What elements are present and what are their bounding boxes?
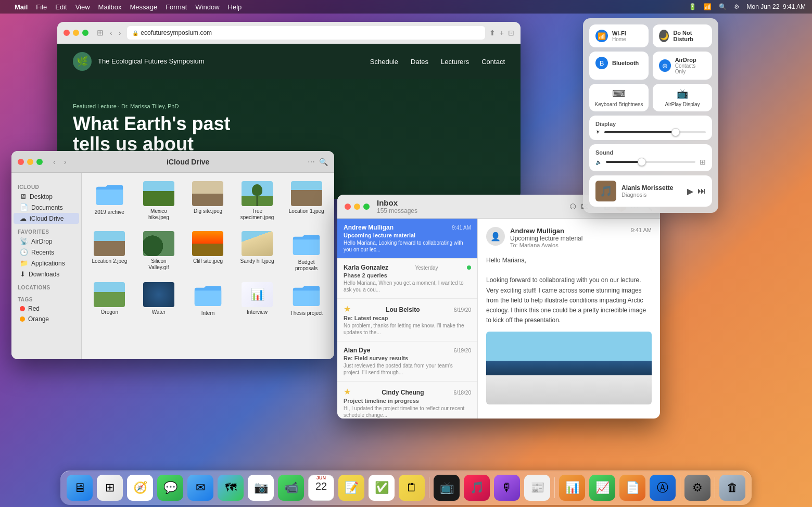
finder-zoom-button[interactable] [36,159,43,165]
file-item-cliffsite[interactable]: Cliff site.jpeg [185,228,231,275]
mail-title-block: Inbox 155 messages [377,198,417,214]
mail-compose-reply-button[interactable]: ☺ [568,201,578,212]
dock-numbers[interactable]: 📈 [588,474,616,502]
dock-messages[interactable]: 💬 [156,474,184,502]
menubar-window[interactable]: Window [195,3,219,11]
cc-display-slider[interactable] [604,131,706,133]
sidebar-tag-orange[interactable]: Orange [14,314,79,324]
cc-airplay-card[interactable]: 📺 AirPlay Display [653,84,712,111]
dock-safari[interactable]: 🧭 [126,474,154,502]
mail-item-lou[interactable]: ★ Lou Belsito 6/19/20 Re: Latest recap N… [337,299,477,341]
sidebar-item-applications[interactable]: 📁 Applications [14,258,79,269]
file-item-mexico[interactable]: Mexico hike.jpeg [136,178,182,224]
dock-system-preferences[interactable]: ⚙ [683,474,712,502]
browser-add-tab-button[interactable]: + [500,29,504,37]
browser-back-button[interactable]: ‹ [108,28,115,38]
search-icon[interactable]: 🔍 [719,3,727,10]
control-center-icon[interactable]: ⚙ [734,3,740,10]
menubar-edit[interactable]: Edit [55,3,67,11]
np-skip-button[interactable]: ⏭ [697,186,706,196]
mail-item-andrew[interactable]: Andrew Mulligan 9:41 AM Upcoming lecture… [337,219,477,259]
menubar-message[interactable]: Message [130,3,157,11]
file-item-interview[interactable]: 📊 Interview [235,279,280,320]
cc-dnd-card[interactable]: 🌙 Do Not Disturb [653,24,712,47]
menubar-file[interactable]: File [36,3,47,11]
sidebar-tag-red[interactable]: Red [14,303,79,314]
sidebar-item-recents[interactable]: 🕒 Recents [14,247,79,258]
finder-close-button[interactable] [18,159,24,165]
finder-back-button[interactable]: ‹ [51,157,58,167]
dock-mail[interactable]: ✉ [186,474,214,502]
file-item-oregon[interactable]: Oregon [87,279,132,320]
dock-pages[interactable]: 📄 [618,474,646,502]
dock-photos[interactable]: 📷 [247,474,275,502]
browser-zoom-button[interactable] [82,30,88,36]
finder-forward-button[interactable]: › [62,157,69,167]
mail-zoom-button[interactable] [363,204,370,210]
cc-wifi-card[interactable]: 📶 Wi-Fi Home [589,24,649,47]
file-item-siliconvalley[interactable]: Silicon Valley.gif [136,228,182,275]
dock-news[interactable]: 📰 [523,474,551,502]
nav-contact[interactable]: Contact [481,58,505,66]
reminders-dock-icon: ✅ [369,475,395,501]
sidebar-toggle-button[interactable]: ⊞ [97,28,104,37]
nav-dates[interactable]: Dates [411,58,428,66]
sidebar-item-downloads[interactable]: ⬇ Downloads [14,269,79,280]
file-item-digsite[interactable]: Dig site.jpeg [185,178,231,224]
menubar-mailbox[interactable]: Mailbox [98,3,122,11]
np-play-button[interactable]: ▶ [687,186,693,196]
mail-close-button[interactable] [345,204,351,210]
dock-notes[interactable]: 📝 [337,474,365,502]
cc-sound-expand-icon[interactable]: ⊞ [700,158,706,166]
dock-appstore[interactable]: Ⓐ [649,474,677,502]
sidebar-item-icloud-drive[interactable]: ☁ iCloud Drive [14,213,79,224]
menubar-view[interactable]: View [75,3,90,11]
dock-facetime[interactable]: 📹 [277,474,305,502]
browser-share-button[interactable]: ⬆ [489,29,496,37]
browser-close-button[interactable] [64,30,70,36]
dock-maps[interactable]: 🗺 [217,474,245,502]
mail-minimize-button[interactable] [354,204,360,210]
browser-forward-button[interactable]: › [117,28,123,38]
file-item-tree[interactable]: Tree specimen.jpeg [235,178,280,224]
cc-keyboard-card[interactable]: ⌨ Keyboard Brightness [589,84,649,111]
dock-music[interactable]: 🎵 [463,474,491,502]
dock-podcasts[interactable]: 🎙 [493,474,521,502]
dock-launchpad[interactable]: ⊞ [96,474,124,502]
cc-sound-slider[interactable] [606,161,695,163]
file-item-intern[interactable]: Intern [185,279,231,320]
browser-reader-button[interactable]: ⊡ [508,29,514,37]
file-item-sandyhill[interactable]: Sandy hill.jpeg [235,228,280,275]
file-item-loc2[interactable]: Location 2.jpeg [87,228,132,275]
nav-lecturers[interactable]: Lecturers [441,58,469,66]
dock-trash[interactable]: 🗑 [718,474,746,502]
sidebar-item-desktop[interactable]: 🖥 Desktop [14,191,79,202]
dock-reminders[interactable]: ✅ [367,474,396,502]
dock-calendar[interactable]: JUN 22 [307,474,335,502]
mail-item-alan[interactable]: Alan Dye 6/19/20 Re: Field survey result… [337,341,477,382]
finder-search-button[interactable]: 🔍 [319,158,328,166]
dock-keynote[interactable]: 📊 [558,474,586,502]
file-item-loc1[interactable]: Location 1.jpeg [284,178,329,224]
dock-tv[interactable]: 📺 [433,474,461,502]
dock-finder[interactable]: 🖥 [66,474,94,502]
file-item-2019-archive[interactable]: 2019 archive [87,178,132,224]
file-item-budget[interactable]: Budget proposals [284,228,329,275]
cc-bluetooth-card[interactable]: B Bluetooth [589,52,649,80]
browser-minimize-button[interactable] [73,30,79,36]
menubar-app[interactable]: Mail [15,3,28,11]
file-item-thesis[interactable]: Thesis project [284,279,329,320]
mail-item-karla[interactable]: Karla Gonzalez Yesterday Phase 2 queries… [337,259,477,299]
browser-address-bar[interactable]: 🔒 ecofuturesymposium.com [127,26,485,40]
menubar-format[interactable]: Format [166,3,187,11]
file-item-water[interactable]: Water [136,279,182,320]
mail-item-cindy[interactable]: ★ Cindy Cheung 6/18/20 Project timeline … [337,382,477,419]
cc-airdrop-card[interactable]: ⊛ AirDrop Contacts Only [653,52,712,80]
sidebar-item-documents[interactable]: 📄 Documents [14,202,79,213]
finder-minimize-button[interactable] [27,159,33,165]
menubar-help[interactable]: Help [228,3,242,11]
dock-stickies[interactable]: 🗒 [398,474,426,502]
nav-schedule[interactable]: Schedule [370,58,398,66]
sidebar-item-airdrop[interactable]: 📡 AirDrop [14,236,79,247]
finder-more-button[interactable]: ⋯ [308,158,315,166]
